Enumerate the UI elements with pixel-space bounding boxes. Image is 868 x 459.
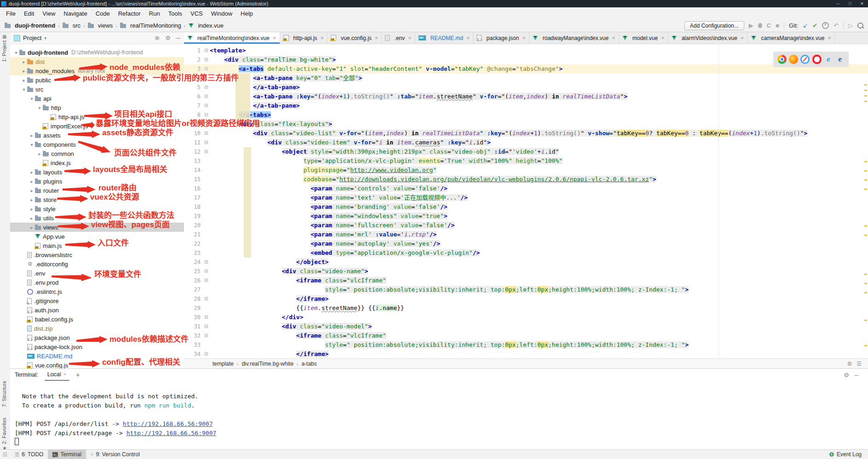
code-line-11[interactable]: 11 <div class="video-item" v-for="i in i… — [184, 138, 868, 147]
code-line-27[interactable]: 27 style=" position:absolute;visibility:… — [184, 285, 868, 294]
tree-item-auth.json[interactable]: auth.json — [10, 305, 184, 315]
tree-item-package-lock.json[interactable]: package-lock.json — [10, 342, 184, 351]
tree-item-http[interactable]: ▾http — [10, 103, 184, 112]
project-dropdown-icon[interactable]: ▾ — [44, 36, 46, 40]
editor-breadcrumb-a-tabs[interactable]: a-tabs — [301, 361, 316, 367]
tree-item-importExcel.js[interactable]: importExcel.js — [10, 121, 184, 131]
add-configuration-button[interactable]: Add Configuration... — [684, 21, 744, 30]
chevron-right-icon[interactable]: ▸ — [29, 225, 35, 230]
fold-marker[interactable] — [204, 92, 210, 101]
code-line-18[interactable]: 18 <param name='branding' value='false'/… — [184, 202, 868, 212]
code-line-29[interactable]: 29 {{item.streetName}} {{i.name}} — [184, 304, 868, 313]
chrome-browser-icon[interactable] — [777, 55, 787, 64]
ie-browser-icon[interactable]: e — [824, 55, 833, 64]
code-line-23[interactable]: 23 <embed type="application/x-google-vlc… — [184, 248, 868, 258]
terminal-link[interactable]: http://192.168.66.56:9007 — [123, 420, 213, 427]
menu-file[interactable]: File — [2, 9, 20, 18]
close-icon[interactable]: ✕ — [661, 36, 665, 40]
fold-marker[interactable] — [204, 83, 210, 92]
tree-item-http-api.js[interactable]: http-api.js — [10, 112, 184, 121]
fold-marker[interactable] — [204, 55, 210, 64]
tab-vue.config.js[interactable]: vue.config.js✕ — [328, 32, 382, 44]
tree-item-views[interactable]: ▸views — [10, 223, 184, 232]
edge-browser-icon[interactable]: e — [835, 55, 845, 64]
code-line-17[interactable]: 17 <param name='text' value='正在加载视频中...'… — [184, 193, 868, 202]
code-line-16[interactable]: 16 <param name='controls' value='false'/… — [184, 184, 868, 193]
tree-item-.editorconfig[interactable]: ⚙.editorconfig — [10, 259, 184, 269]
minimize-button[interactable]: ─ — [832, 0, 844, 7]
tab-model.vue[interactable]: model.vue✕ — [619, 32, 668, 44]
code-line-9[interactable]: 9 <div class="flex-layouts"> — [184, 120, 868, 129]
code-line-24[interactable]: 24 </object> — [184, 258, 868, 267]
tree-item-router[interactable]: ▸router — [10, 186, 184, 195]
tree-item-.env[interactable]: .env — [10, 269, 184, 278]
stripe-project-label[interactable]: 1: Project — [1, 40, 7, 62]
fold-marker[interactable] — [204, 138, 210, 147]
code-line-13[interactable]: 13 type='application/x-vlc-plugin' event… — [184, 156, 868, 166]
tab-.env[interactable]: .env✕ — [382, 32, 415, 44]
menu-navigate[interactable]: Navigate — [59, 9, 91, 18]
tree-item-vue.config.js[interactable]: vue.config.js — [10, 361, 184, 369]
code-line-22[interactable]: 22 <param name='autoplay' value='yes'/> — [184, 239, 868, 248]
tree-item-.eslintrc.js[interactable]: .eslintrc.js — [10, 287, 184, 296]
error-stripe[interactable] — [863, 44, 868, 359]
tree-item-.gitignore[interactable]: .gitignore — [10, 296, 184, 305]
fold-marker[interactable] — [204, 313, 210, 322]
chevron-right-icon[interactable]: ▸ — [29, 216, 35, 221]
chevron-right-icon[interactable]: ▸ — [21, 69, 27, 74]
code-line-21[interactable]: 21 <param name='mrl' :value='i.rtsp'/> — [184, 230, 868, 239]
close-icon[interactable]: ✕ — [63, 372, 67, 377]
tab-http-api.js[interactable]: http-api.js✕ — [280, 32, 328, 44]
tree-item-duoji-frontend[interactable]: ▾duoji-frontendD:\zheheWeb\duoji-fronten… — [10, 48, 184, 57]
code-line-32[interactable]: 32 <iframe class="vlcIframe" — [184, 331, 868, 340]
close-icon[interactable]: ✕ — [522, 36, 526, 40]
code-line-3[interactable]: 3 <a-tabs default-active-key="1" slot="h… — [184, 64, 868, 74]
code-line-8[interactable]: 8 </a-tabs> — [184, 110, 868, 120]
chevron-right-icon[interactable]: ▸ — [21, 59, 27, 64]
close-icon[interactable]: ✕ — [273, 36, 276, 40]
chevron-right-icon[interactable]: ▸ — [21, 78, 27, 83]
project-panel-title[interactable]: Project — [23, 34, 41, 41]
menu-vcs[interactable]: VCS — [186, 9, 207, 18]
code-line-12[interactable]: 12 <object style="width:390px;height:219… — [184, 147, 868, 156]
tree-item-layouts[interactable]: ▸layouts — [10, 167, 184, 177]
chevron-right-icon[interactable]: ▸ — [29, 170, 35, 175]
terminal-output[interactable]: Note that the development build is not o… — [10, 381, 868, 447]
fold-marker[interactable] — [204, 331, 210, 340]
tree-item-utils[interactable]: ▸utils — [10, 213, 184, 223]
code-line-1[interactable]: 1<template> — [184, 46, 868, 55]
code-line-5[interactable]: 5 </a-tab-pane> — [184, 83, 868, 92]
close-icon[interactable]: ✕ — [408, 36, 412, 40]
statusbar-6-todo[interactable]: ☰6: TODO — [10, 450, 48, 459]
fold-marker[interactable] — [204, 294, 210, 304]
fold-marker[interactable] — [204, 46, 210, 55]
close-icon[interactable]: ✕ — [612, 36, 615, 40]
tool-window-switcher-icon[interactable]: ☷ — [0, 452, 10, 458]
fold-marker[interactable] — [204, 258, 210, 267]
terminal-link[interactable]: http://192.168.66.56:9007 — [126, 430, 217, 436]
breadcrumb-item-duoji-frontend[interactable]: duoji-frontend — [5, 22, 55, 29]
tree-item-.browserslistrc[interactable]: .browserslistrc — [10, 250, 184, 259]
menu-run[interactable]: Run — [145, 9, 164, 18]
code-line-14[interactable]: 14 pluginspage="http://www.videolan.org" — [184, 166, 868, 175]
code-line-2[interactable]: 2 <div class="realTime bg-white"> — [184, 55, 868, 64]
tab-alarmVideos-index.vue[interactable]: alarmVideos\index.vue✕ — [668, 32, 748, 44]
search-everywhere-icon[interactable] — [857, 23, 863, 29]
code-line-10[interactable]: 10 <div class="video-list" v-for="(item,… — [184, 129, 868, 138]
run-anything-icon[interactable]: ▷ — [848, 23, 853, 29]
chevron-right-icon[interactable]: ▸ — [29, 207, 35, 212]
chevron-right-icon[interactable]: ▸ — [36, 151, 43, 156]
settings-gear-icon[interactable]: ⚙ — [165, 34, 171, 41]
stop-icon[interactable]: ■ — [776, 23, 779, 29]
tree-item-package.json[interactable]: package.json — [10, 333, 184, 342]
code-line-33[interactable]: 33 style=" position:absolute;visibility:… — [184, 340, 868, 350]
breadcrumb-item-src[interactable]: src — [63, 22, 80, 29]
editor-breadcrumb-div.realTime.bg-white[interactable]: div.realTime.bg-white — [241, 361, 293, 367]
code-line-20[interactable]: 20 <param name='fullscreen' value='false… — [184, 221, 868, 230]
project-stripe-icon[interactable]: ▦ — [2, 34, 6, 39]
chevron-down-icon[interactable]: ▾ — [21, 87, 27, 92]
menu-edit[interactable]: Edit — [20, 9, 38, 18]
tree-item-components[interactable]: ▾components — [10, 140, 184, 149]
tab-package.json[interactable]: package.json✕ — [473, 32, 529, 44]
opera-browser-icon[interactable] — [812, 55, 822, 64]
